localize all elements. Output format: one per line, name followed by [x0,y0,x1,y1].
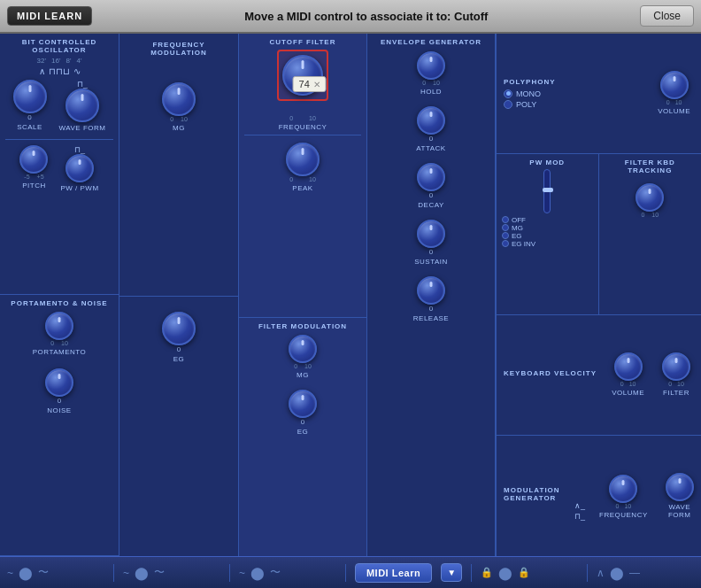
freq-max: 10 [309,115,316,121]
midi-value-close[interactable]: ✕ [313,80,320,89]
midi-learn-button[interactable]: MIDI Learn [355,563,432,583]
section-pw-mod: PW MOD OFF MG EG [497,154,599,316]
pw-eg-radio [502,232,509,239]
kbd-velocity-title: KEYBOARD VELOCITY [504,369,597,377]
polyphony-radio-group: MONO POLY [504,89,556,109]
pitch-label: PITCH [22,182,46,190]
filter-eg-knob[interactable] [289,390,317,418]
mono-option[interactable]: MONO [504,89,556,98]
pitch-knob[interactable] [19,145,48,174]
bottom-wave-icon-7: ∧ [597,567,605,579]
pw-eginv-option[interactable]: EG INV [502,240,593,248]
freq-mod-eg-knob[interactable] [162,312,196,345]
midi-learn-dropdown[interactable]: ▼ [441,563,462,582]
pw-off-radio [502,216,509,223]
pwpwm-knob[interactable] [65,154,94,182]
peak-knob[interactable] [286,143,320,176]
portamento-title: PORTAMENTO & NOISE [5,299,113,307]
pw-mg-option[interactable]: MG [502,224,593,232]
bottom-section-3: ~ ⬤ 〜 [239,565,336,580]
mono-label: MONO [516,89,541,98]
bottom-circle-4: ⬤ [498,566,512,580]
peak-knob-group: 0 10 PEAK [286,143,320,192]
kbd-filter-knob-group: 0 10 FILTER [662,352,690,397]
polyphony-title: POLYPHONY [504,78,556,86]
hold-label: HOLD [420,88,442,96]
portamento-label: PORTAMENTO [33,348,87,356]
bottom-wave-icon-8: — [629,567,640,579]
filter-mg-knob[interactable] [289,335,317,363]
pw-off-option[interactable]: OFF [502,216,593,224]
mod-freq-range: 0 10 [616,503,632,509]
scale-knob[interactable] [13,80,47,113]
sustain-label: SUSTAIN [414,258,448,266]
bottom-section-4: 🔒 ⬤ 🔒 [481,566,578,580]
pw-eg-option[interactable]: EG [502,232,593,240]
bottom-section-2: ~ ⬤ 〜 [123,565,220,580]
decay-value: 0 [429,191,433,199]
kbd-filter-range: 0 10 [668,381,684,387]
bottom-wave-icon-1: ~ [7,567,13,579]
kbd-filter-label: FILTER [663,389,689,397]
section-filter-mod: FILTER MODULATION 0 10 MG 0 EG [239,318,366,556]
mod-freq-knob[interactable] [609,475,637,503]
pw-mg-label: MG [512,224,523,232]
pwpwm-label: PW / PWM [60,184,98,192]
divider-3 [345,564,346,582]
release-knob[interactable] [417,276,445,305]
pw-eg-label: EG [512,232,522,240]
close-button[interactable]: Close [640,5,694,27]
frequency-highlight-box: 74 ✕ [277,50,328,101]
filter-mg-knob-group: 0 10 MG [289,335,317,379]
kbd-vol-knob[interactable] [614,352,643,381]
decay-label: DECAY [418,201,443,209]
sustain-knob[interactable] [417,220,445,248]
filter-mod-title: FILTER MODULATION [244,322,361,330]
fmg-max: 10 [304,363,312,369]
col-freq-mod: FREQUENCY MODULATION 0 10 MG 0 EG [119,34,239,556]
mod-gen-title: MODULATION GENERATOR [504,486,557,502]
octave-32: 32' [37,57,46,65]
filter-eg-knob-group: 0 EG [289,390,317,436]
pw-eginv-radio [502,240,509,247]
lock-icon-2: 🔒 [518,567,530,578]
hold-knob[interactable] [417,51,445,80]
poly-label: POLY [516,100,536,109]
mono-radio [504,89,512,98]
mod-wave-knob[interactable] [666,473,694,501]
poly-option[interactable]: POLY [504,100,556,109]
bottom-circle-3: ⬤ [250,566,265,580]
pw-mod-slider[interactable] [543,169,551,213]
midi-value: 74 [299,79,310,89]
release-value: 0 [429,305,433,313]
wave-icon-3: ∿ [73,66,81,76]
noise-knob[interactable] [45,368,73,397]
bottom-bar: ~ ⬤ 〜 ~ ⬤ 〜 ~ ⬤ 〜 MIDI Learn ▼ 🔒 ⬤ 🔒 ∧ ⬤… [0,556,701,588]
pw-off-label: OFF [512,216,526,224]
bottom-wave-icon-3: ~ [123,567,129,579]
filter-eg-value: 0 [301,418,304,426]
decay-knob[interactable] [417,163,445,191]
waveform-label: WAVE FORM [59,124,106,132]
freq-min: 0 [289,115,293,121]
section-filter-kbd: FILTER KBD TRACKING 0 10 [599,154,702,316]
portamento-knob[interactable] [45,312,73,340]
freq-mod-eg-label: EG [173,355,185,363]
freq-mod-mg-knob[interactable] [162,82,196,116]
volume-range: 0 10 [666,99,682,105]
scale-knob-group: 0 SCALE [13,80,47,132]
filter-eg-label: EG [297,428,309,436]
kbd-filter-knob[interactable] [662,352,690,381]
attack-knob[interactable] [417,106,445,135]
bottom-section-5: ∧ ⬤ — [597,566,694,580]
filter-kbd-knob[interactable] [636,183,664,212]
sustain-knob-group: 0 SUSTAIN [414,220,448,266]
mod-freq-knob-group: 0 10 FREQUENCY [599,475,648,519]
filter-kbd-knob-group: 0 10 [636,183,664,218]
waveform-knob[interactable] [65,89,99,122]
poly-radio [504,100,512,109]
divider-2 [229,564,230,582]
freq-label: FREQUENCY [244,123,361,131]
volume-knob[interactable] [660,71,689,99]
divider-1 [113,564,114,582]
